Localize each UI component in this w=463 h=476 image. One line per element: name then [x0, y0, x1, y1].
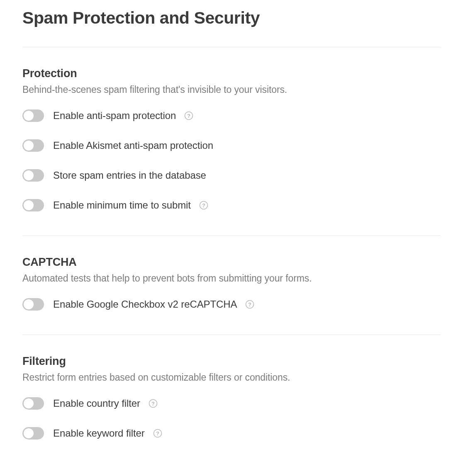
toggle-akismet[interactable]: [22, 139, 44, 152]
svg-text:?: ?: [248, 301, 251, 308]
help-icon[interactable]: ?: [184, 111, 193, 120]
toggle-knob: [24, 398, 34, 408]
section-desc-captcha: Automated tests that help to prevent bot…: [22, 273, 441, 284]
row-anti-spam: Enable anti-spam protection ?: [22, 109, 441, 122]
toggle-anti-spam[interactable]: [22, 109, 44, 122]
section-desc-filtering: Restrict form entries based on customiza…: [22, 372, 441, 383]
svg-text:?: ?: [187, 113, 190, 119]
section-filtering: Filtering Restrict form entries based on…: [22, 335, 441, 464]
toggle-store-spam[interactable]: [22, 169, 44, 182]
section-heading-filtering: Filtering: [22, 355, 441, 368]
toggle-country-filter[interactable]: [22, 397, 44, 410]
label-min-time: Enable minimum time to submit: [53, 199, 191, 211]
help-icon[interactable]: ?: [199, 201, 208, 210]
row-country-filter: Enable country filter ?: [22, 397, 441, 410]
svg-text:?: ?: [151, 401, 155, 407]
row-recaptcha: Enable Google Checkbox v2 reCAPTCHA ?: [22, 298, 441, 311]
section-heading-captcha: CAPTCHA: [22, 256, 441, 269]
page-title: Spam Protection and Security: [22, 8, 441, 28]
svg-text:?: ?: [156, 430, 159, 437]
label-akismet: Enable Akismet anti-spam protection: [53, 140, 213, 151]
svg-text:?: ?: [202, 202, 205, 209]
help-icon[interactable]: ?: [245, 300, 254, 309]
label-anti-spam: Enable anti-spam protection: [53, 110, 176, 121]
label-recaptcha: Enable Google Checkbox v2 reCAPTCHA: [53, 299, 237, 310]
section-desc-protection: Behind-the-scenes spam filtering that's …: [22, 84, 441, 95]
row-store-spam: Store spam entries in the database: [22, 169, 441, 182]
toggle-recaptcha[interactable]: [22, 298, 44, 311]
row-akismet: Enable Akismet anti-spam protection: [22, 139, 441, 152]
toggle-knob: [24, 141, 34, 151]
label-country-filter: Enable country filter: [53, 398, 140, 409]
toggle-min-time[interactable]: [22, 199, 44, 211]
toggle-knob: [24, 170, 34, 180]
section-heading-protection: Protection: [22, 67, 441, 80]
help-icon[interactable]: ?: [149, 399, 158, 408]
section-protection: Protection Behind-the-scenes spam filter…: [22, 47, 441, 236]
section-captcha: CAPTCHA Automated tests that help to pre…: [22, 236, 441, 335]
toggle-knob: [24, 111, 34, 121]
row-min-time: Enable minimum time to submit ?: [22, 199, 441, 211]
label-keyword-filter: Enable keyword filter: [53, 427, 145, 439]
label-store-spam: Store spam entries in the database: [53, 170, 206, 181]
toggle-knob: [24, 200, 34, 210]
help-icon[interactable]: ?: [153, 429, 162, 438]
toggle-keyword-filter[interactable]: [22, 427, 44, 440]
toggle-knob: [24, 428, 34, 438]
row-keyword-filter: Enable keyword filter ?: [22, 427, 441, 440]
toggle-knob: [24, 299, 34, 309]
